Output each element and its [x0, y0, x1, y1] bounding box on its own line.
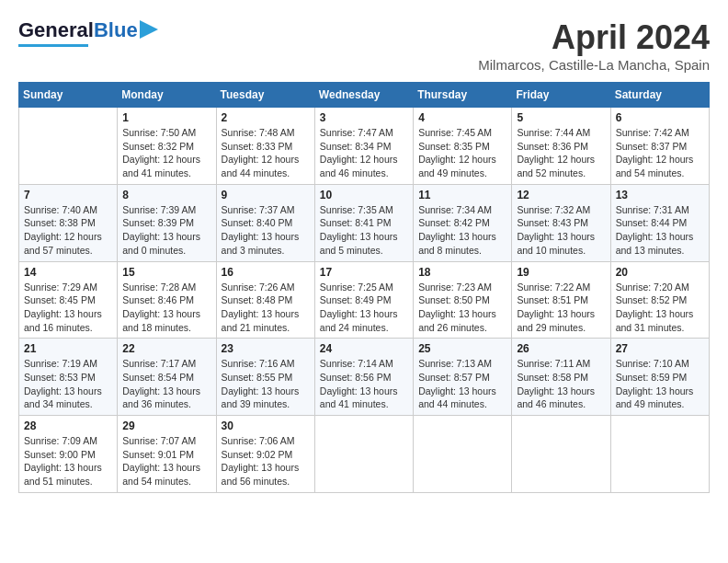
sunrise-text: Sunrise: 7:28 AM — [122, 282, 196, 293]
sunset-text: Sunset: 9:01 PM — [122, 449, 194, 460]
day-number: 25 — [418, 342, 506, 355]
calendar-cell: 14 Sunrise: 7:29 AM Sunset: 8:45 PM Dayl… — [19, 261, 118, 339]
calendar-cell — [414, 416, 512, 493]
sunset-text: Sunset: 8:40 PM — [222, 217, 293, 228]
calendar-cell — [19, 108, 118, 185]
daylight-text: Daylight: 13 hours and 24 minutes. — [320, 308, 398, 333]
sunset-text: Sunset: 8:33 PM — [222, 141, 293, 152]
daylight-text: Daylight: 13 hours and 26 minutes. — [418, 308, 496, 333]
daylight-text: Daylight: 13 hours and 0 minutes. — [122, 231, 200, 256]
day-of-week-header: Tuesday — [216, 83, 314, 108]
day-number: 29 — [122, 419, 210, 432]
sunrise-text: Sunrise: 7:42 AM — [616, 127, 689, 138]
day-number: 13 — [616, 189, 704, 201]
sunset-text: Sunset: 8:44 PM — [616, 217, 688, 228]
daylight-text: Daylight: 13 hours and 36 minutes. — [122, 385, 200, 410]
day-number: 24 — [320, 342, 408, 355]
calendar-week-row: 1 Sunrise: 7:50 AM Sunset: 8:32 PM Dayli… — [19, 108, 710, 185]
calendar-week-row: 28 Sunrise: 7:09 AM Sunset: 9:00 PM Dayl… — [19, 416, 710, 493]
day-info: Sunrise: 7:09 AM Sunset: 9:00 PM Dayligh… — [24, 434, 112, 488]
sunrise-text: Sunrise: 7:11 AM — [517, 358, 590, 369]
day-number: 23 — [222, 342, 310, 355]
location-label: Milmarcos, Castille-La Mancha, Spain — [478, 57, 710, 73]
day-number: 7 — [24, 189, 112, 201]
day-number: 17 — [320, 266, 408, 279]
sunset-text: Sunset: 9:02 PM — [222, 449, 293, 460]
daylight-text: Daylight: 13 hours and 54 minutes. — [122, 462, 200, 487]
day-number: 18 — [418, 266, 506, 279]
sunrise-text: Sunrise: 7:17 AM — [122, 358, 196, 369]
day-info: Sunrise: 7:50 AM Sunset: 8:32 PM Dayligh… — [122, 126, 210, 180]
sunrise-text: Sunrise: 7:47 AM — [320, 127, 393, 138]
day-info: Sunrise: 7:26 AM Sunset: 8:48 PM Dayligh… — [222, 281, 310, 335]
daylight-text: Daylight: 12 hours and 54 minutes. — [616, 154, 694, 178]
calendar-week-row: 14 Sunrise: 7:29 AM Sunset: 8:45 PM Dayl… — [19, 261, 710, 339]
day-number: 19 — [517, 266, 605, 279]
day-of-week-header: Wednesday — [314, 83, 413, 108]
day-of-week-header: Thursday — [414, 83, 512, 108]
day-info: Sunrise: 7:11 AM Sunset: 8:58 PM Dayligh… — [517, 357, 605, 411]
sunrise-text: Sunrise: 7:20 AM — [616, 282, 689, 293]
day-info: Sunrise: 7:25 AM Sunset: 8:49 PM Dayligh… — [320, 281, 408, 335]
calendar-cell: 8 Sunrise: 7:39 AM Sunset: 8:39 PM Dayli… — [118, 184, 216, 261]
calendar-week-row: 21 Sunrise: 7:19 AM Sunset: 8:53 PM Dayl… — [19, 339, 710, 416]
day-number: 11 — [418, 189, 506, 201]
daylight-text: Daylight: 13 hours and 10 minutes. — [517, 231, 595, 256]
calendar-cell: 16 Sunrise: 7:26 AM Sunset: 8:48 PM Dayl… — [216, 261, 314, 339]
daylight-text: Daylight: 13 hours and 3 minutes. — [222, 231, 300, 256]
day-number: 22 — [122, 342, 210, 355]
day-of-week-header: Saturday — [610, 83, 709, 108]
sunrise-text: Sunrise: 7:37 AM — [222, 204, 295, 215]
day-info: Sunrise: 7:32 AM Sunset: 8:43 PM Dayligh… — [517, 203, 605, 258]
daylight-text: Daylight: 12 hours and 52 minutes. — [517, 154, 595, 178]
calendar-cell: 10 Sunrise: 7:35 AM Sunset: 8:41 PM Dayl… — [314, 184, 413, 261]
sunrise-text: Sunrise: 7:29 AM — [24, 282, 97, 293]
day-info: Sunrise: 7:45 AM Sunset: 8:35 PM Dayligh… — [418, 126, 506, 180]
sunrise-text: Sunrise: 7:06 AM — [222, 435, 295, 446]
sunrise-text: Sunrise: 7:14 AM — [320, 358, 393, 369]
sunset-text: Sunset: 8:41 PM — [320, 217, 392, 228]
day-number: 4 — [418, 111, 506, 124]
sunrise-text: Sunrise: 7:32 AM — [517, 204, 590, 215]
sunrise-text: Sunrise: 7:39 AM — [122, 204, 196, 215]
daylight-text: Daylight: 12 hours and 49 minutes. — [418, 154, 496, 178]
day-info: Sunrise: 7:16 AM Sunset: 8:55 PM Dayligh… — [222, 357, 310, 411]
sunrise-text: Sunrise: 7:19 AM — [24, 358, 97, 369]
sunrise-text: Sunrise: 7:09 AM — [24, 435, 97, 446]
day-info: Sunrise: 7:22 AM Sunset: 8:51 PM Dayligh… — [517, 281, 605, 335]
day-number: 3 — [320, 111, 408, 124]
sunrise-text: Sunrise: 7:22 AM — [517, 282, 590, 293]
day-number: 20 — [616, 266, 704, 279]
daylight-text: Daylight: 12 hours and 44 minutes. — [222, 154, 300, 178]
sunset-text: Sunset: 8:54 PM — [122, 372, 194, 383]
sunrise-text: Sunrise: 7:50 AM — [122, 127, 196, 138]
sunset-text: Sunset: 8:34 PM — [320, 141, 392, 152]
sunrise-text: Sunrise: 7:07 AM — [122, 435, 196, 446]
sunset-text: Sunset: 8:35 PM — [418, 141, 490, 152]
day-info: Sunrise: 7:44 AM Sunset: 8:36 PM Dayligh… — [517, 126, 605, 180]
daylight-text: Daylight: 13 hours and 41 minutes. — [320, 385, 398, 410]
calendar-cell — [512, 416, 610, 493]
daylight-text: Daylight: 13 hours and 13 minutes. — [616, 231, 694, 256]
day-info: Sunrise: 7:06 AM Sunset: 9:02 PM Dayligh… — [222, 434, 310, 488]
sunset-text: Sunset: 8:49 PM — [320, 294, 392, 305]
sunset-text: Sunset: 8:58 PM — [517, 372, 588, 383]
daylight-text: Daylight: 13 hours and 31 minutes. — [616, 308, 694, 333]
daylight-text: Daylight: 13 hours and 39 minutes. — [222, 385, 300, 410]
sunset-text: Sunset: 8:42 PM — [418, 217, 490, 228]
sunset-text: Sunset: 8:59 PM — [616, 372, 688, 383]
day-number: 10 — [320, 189, 408, 201]
calendar-header-row: SundayMondayTuesdayWednesdayThursdayFrid… — [19, 83, 710, 108]
day-of-week-header: Friday — [512, 83, 610, 108]
day-info: Sunrise: 7:35 AM Sunset: 8:41 PM Dayligh… — [320, 203, 408, 258]
calendar-cell: 9 Sunrise: 7:37 AM Sunset: 8:40 PM Dayli… — [216, 184, 314, 261]
daylight-text: Daylight: 13 hours and 44 minutes. — [418, 385, 496, 410]
sunset-text: Sunset: 8:45 PM — [24, 294, 96, 305]
day-info: Sunrise: 7:20 AM Sunset: 8:52 PM Dayligh… — [616, 281, 704, 335]
logo-general: General — [18, 18, 94, 42]
day-of-week-header: Sunday — [19, 83, 118, 108]
calendar-cell — [610, 416, 709, 493]
calendar-cell: 15 Sunrise: 7:28 AM Sunset: 8:46 PM Dayl… — [118, 261, 216, 339]
calendar-cell: 20 Sunrise: 7:20 AM Sunset: 8:52 PM Dayl… — [610, 261, 709, 339]
calendar-cell: 19 Sunrise: 7:22 AM Sunset: 8:51 PM Dayl… — [512, 261, 610, 339]
